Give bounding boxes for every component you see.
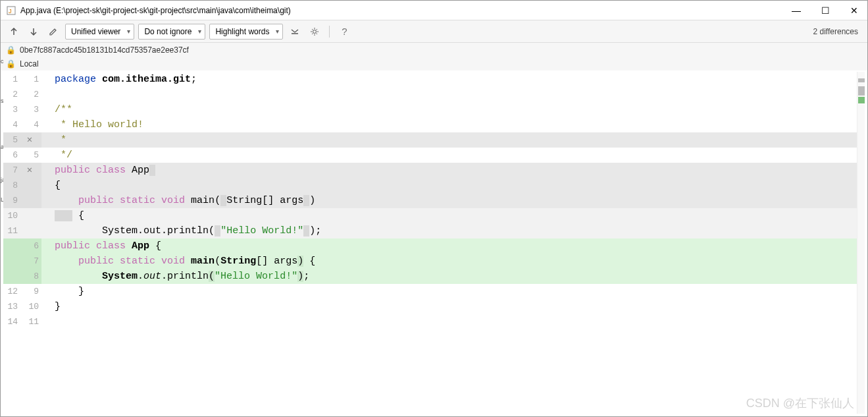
code-line: 33 /** (3, 102, 865, 117)
java-file-icon: J (6, 5, 16, 16)
code-line: 129 } (3, 284, 865, 299)
maximize-button[interactable]: ☐ (817, 5, 833, 16)
close-icon[interactable]: ✕ (20, 163, 41, 178)
watermark: CSDN @在下张仙人 (746, 395, 854, 411)
ignore-label: Do not ignore (144, 27, 191, 36)
diff-overview-ruler[interactable] (857, 72, 865, 414)
diff-mark[interactable] (858, 78, 865, 82)
strip-chip: c (1, 58, 5, 65)
window-controls: — ☐ ✕ (788, 5, 862, 16)
minimize-button[interactable]: — (788, 5, 804, 16)
code-line-removed: 9 public static void main( String[] args… (3, 193, 865, 208)
highlight-select[interactable]: Highlight words (209, 24, 283, 40)
local-label: Local (20, 59, 39, 69)
code-line: 44 * Hello world! (3, 117, 865, 132)
close-button[interactable]: ✕ (846, 5, 862, 16)
code-line: 11 package com.itheima.git; (3, 72, 865, 87)
svg-point-2 (313, 30, 317, 33)
collapse-button[interactable] (287, 24, 303, 40)
close-icon[interactable]: ✕ (20, 132, 41, 148)
diff-editor[interactable]: 11 package com.itheima.git; 22 33 /** 44… (3, 72, 865, 414)
svg-text:J: J (9, 8, 12, 14)
viewer-mode-label: Unified viewer (71, 27, 120, 36)
code-line-removed: 10 { (3, 208, 865, 223)
code-line-added: 6 public class App { (3, 238, 865, 254)
code-line-removed: 7✕ public class App (3, 163, 865, 178)
settings-button[interactable] (307, 24, 322, 40)
lock-icon: 🔒 (6, 45, 16, 55)
diff-mark[interactable] (858, 97, 865, 103)
code-line-added: 8 System.out.println("Hello World!"); (3, 269, 865, 284)
code-line-removed: 5✕ * (3, 132, 865, 148)
ignore-select[interactable]: Do not ignore (138, 24, 205, 40)
next-diff-button[interactable] (26, 24, 41, 40)
diff-count-label: 2 differences (813, 27, 863, 36)
code-line: 65 */ (3, 148, 865, 163)
commit-hash: 0be7fc887acdc45b18131b14cd75357ae2ee37cf (20, 45, 189, 55)
code-line-removed: 8 { (3, 178, 865, 193)
diff-mark[interactable] (858, 86, 865, 96)
lock-icon: 🔒 (6, 59, 16, 69)
help-button[interactable]: ? (336, 24, 352, 40)
edit-button[interactable] (45, 24, 61, 40)
highlight-label: Highlight words (215, 27, 269, 36)
code-line: 1310 } (3, 299, 865, 314)
code-line-added: 7 public static void main(String[] args)… (3, 254, 865, 269)
gutter-right: 1 (20, 72, 41, 87)
code-line: 1411 (3, 314, 865, 329)
gutter-left: 1 (3, 72, 20, 87)
code-line-removed: 11 System.out.println( "Hello World!" ); (3, 223, 865, 238)
viewer-mode-select[interactable]: Unified viewer (65, 24, 134, 40)
diff-toolbar: Unified viewer Do not ignore Highlight w… (1, 20, 867, 43)
window-title: App.java (E:\project-sk\git-project-sk\g… (20, 6, 788, 15)
prev-diff-button[interactable] (6, 24, 22, 40)
local-info-bar: 🔒 Local (1, 57, 867, 70)
code-line: 22 (3, 87, 865, 102)
commit-info-bar: 🔒 0be7fc887acdc45b18131b14cd75357ae2ee37… (1, 43, 867, 57)
titlebar: J App.java (E:\project-sk\git-project-sk… (1, 1, 867, 20)
